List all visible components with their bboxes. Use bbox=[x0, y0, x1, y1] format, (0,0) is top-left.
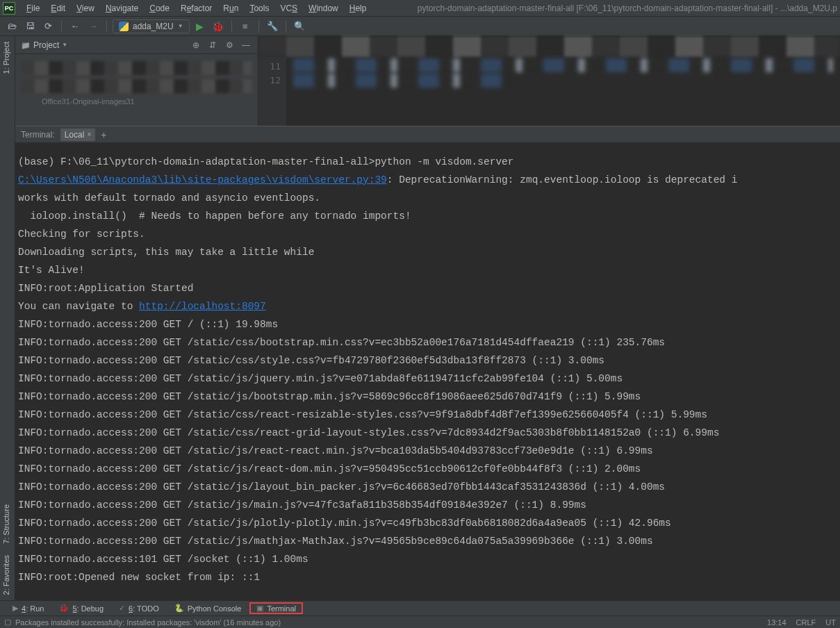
status-time: 13:14 bbox=[767, 618, 787, 627]
editor-content[interactable] bbox=[286, 57, 840, 126]
locate-icon[interactable]: ⊕ bbox=[190, 39, 202, 51]
window-title: pytorch-domain-adaptation-master-final-a… bbox=[418, 3, 837, 13]
collapse-icon[interactable]: ⇵ bbox=[206, 39, 219, 51]
separator bbox=[61, 20, 62, 33]
folder-icon bbox=[21, 40, 31, 50]
terminal-line: INFO:tornado.access:200 GET /static/js/m… bbox=[18, 496, 837, 514]
run-icon: ▶ bbox=[13, 604, 18, 613]
terminal-line: INFO:tornado.access:200 GET /static/js/r… bbox=[18, 460, 837, 478]
tab-todo[interactable]: ✓6: TODO bbox=[112, 602, 166, 614]
content-area: 1: Project 7: Structure 2: Favorites Pro… bbox=[0, 36, 840, 600]
terminal-line: works with default tornado and asyncio e… bbox=[18, 189, 837, 207]
chevron-down-icon: ▼ bbox=[178, 23, 183, 29]
menu-refactor[interactable]: Refactor bbox=[175, 2, 217, 15]
bug-icon: 🐞 bbox=[59, 604, 69, 613]
save-icon[interactable]: 🖫 bbox=[22, 19, 38, 34]
terminal-line: INFO:tornado.access:200 GET /static/js/p… bbox=[18, 514, 837, 532]
status-eol: CRLF bbox=[796, 618, 816, 627]
add-terminal-button[interactable]: + bbox=[101, 129, 106, 140]
terminal-link[interactable]: C:\Users\N506\Anaconda3\lib\site-package… bbox=[18, 174, 387, 185]
status-message: Packages installed successfully: Install… bbox=[15, 618, 281, 627]
forward-icon[interactable]: → bbox=[85, 19, 101, 34]
separator bbox=[231, 20, 232, 33]
separator bbox=[106, 20, 107, 33]
hide-icon[interactable]: — bbox=[240, 39, 252, 51]
refresh-icon[interactable]: ⟳ bbox=[40, 19, 56, 34]
terminal-header: Terminal: Local × + bbox=[15, 126, 840, 143]
python-icon: 🐍 bbox=[174, 604, 184, 613]
open-icon[interactable]: 🗁 bbox=[4, 19, 19, 34]
separator bbox=[286, 20, 286, 33]
menu-edit[interactable]: Edit bbox=[45, 2, 71, 15]
project-tool-window: Project ▼ ⊕ ⇵ ⚙ — Office31-Original-imag… bbox=[15, 36, 258, 126]
terminal-line: INFO:root:Application Started bbox=[18, 279, 837, 297]
menu-navigate[interactable]: Navigate bbox=[100, 2, 144, 15]
bottom-tool-tabs: ▶4: Run 🐞5: Debug ✓6: TODO 🐍Python Conso… bbox=[0, 600, 840, 615]
statusbar: ▢ Packages installed successfully: Insta… bbox=[0, 615, 840, 628]
terminal-line: INFO:tornado.access:200 GET /static/css/… bbox=[18, 406, 837, 424]
separator bbox=[258, 20, 259, 33]
terminal-line: INFO:tornado.access:200 GET /static/js/j… bbox=[18, 370, 837, 388]
terminal-link[interactable]: http://localhost:8097 bbox=[139, 301, 266, 312]
terminal-output[interactable]: (base) F:\06_11\pytorch-domain-adaptatio… bbox=[15, 143, 840, 600]
python-icon bbox=[119, 22, 129, 31]
menu-tools[interactable]: Tools bbox=[244, 2, 274, 15]
menu-help[interactable]: Help bbox=[344, 2, 372, 15]
line-number-gutter: 11 12 bbox=[258, 57, 286, 126]
tab-run[interactable]: ▶4: Run bbox=[6, 602, 51, 614]
debug-icon[interactable]: 🐞 bbox=[211, 19, 226, 34]
todo-icon: ✓ bbox=[119, 604, 125, 613]
terminal-tool-window: Terminal: Local × + (base) F:\06_11\pyto… bbox=[15, 126, 840, 600]
tab-debug[interactable]: 🐞5: Debug bbox=[52, 602, 110, 614]
left-tool-gutter: 1: Project 7: Structure 2: Favorites bbox=[0, 36, 15, 600]
terminal-line: ioloop.install() # Needs to happen befor… bbox=[18, 207, 837, 225]
app-icon: PC bbox=[3, 2, 15, 15]
terminal-line: INFO:tornado.access:200 GET /static/css/… bbox=[18, 424, 837, 442]
run-icon[interactable]: ▶ bbox=[192, 19, 208, 34]
menu-file[interactable]: File bbox=[21, 2, 45, 15]
project-header: Project ▼ ⊕ ⇵ ⚙ — bbox=[15, 36, 258, 54]
terminal-line: INFO:root:Opened new socket from ip: ::1 bbox=[18, 568, 837, 586]
gutter-tab-project[interactable]: 1: Project bbox=[0, 36, 15, 79]
run-config-name: adda_M2U bbox=[133, 22, 174, 31]
menu-vcs[interactable]: VCS bbox=[274, 2, 303, 15]
menu-code[interactable]: Code bbox=[144, 2, 175, 15]
menu-window[interactable]: Window bbox=[303, 2, 344, 15]
terminal-line: INFO:tornado.access:200 GET / (::1) 19.9… bbox=[18, 315, 837, 333]
run-config-selector[interactable]: adda_M2U ▼ bbox=[113, 19, 190, 33]
menubar: PC FileEditViewNavigateCodeRefactorRunTo… bbox=[0, 0, 840, 17]
search-icon[interactable]: 🔍 bbox=[292, 19, 307, 34]
project-tree[interactable]: Office31-Original-images31 bbox=[15, 54, 258, 108]
gear-icon[interactable]: ⚙ bbox=[223, 39, 236, 51]
chevron-down-icon: ▼ bbox=[62, 42, 67, 48]
terminal-line: You can navigate to http://localhost:809… bbox=[18, 297, 837, 315]
terminal-line: C:\Users\N506\Anaconda3\lib\site-package… bbox=[18, 171, 837, 189]
menu-view[interactable]: View bbox=[71, 2, 100, 15]
close-icon[interactable]: × bbox=[87, 131, 91, 138]
project-header-label[interactable]: Project ▼ bbox=[21, 40, 67, 50]
status-icon: ▢ bbox=[4, 618, 11, 627]
terminal-label: Terminal: bbox=[21, 130, 55, 140]
stop-icon[interactable]: ■ bbox=[238, 19, 253, 34]
terminal-line: INFO:tornado.access:200 GET /static/js/m… bbox=[18, 532, 837, 550]
toolbar: 🗁 🖫 ⟳ ← → adda_M2U ▼ ▶ 🐞 ■ 🔧 🔍 bbox=[0, 17, 840, 36]
terminal-line: Checking for scripts. bbox=[18, 225, 837, 243]
gutter-tab-structure[interactable]: 7: Structure bbox=[0, 499, 15, 550]
main-split: Project ▼ ⊕ ⇵ ⚙ — Office31-Original-imag… bbox=[15, 36, 840, 600]
settings-icon[interactable]: 🔧 bbox=[265, 19, 280, 34]
terminal-icon: ▣ bbox=[256, 604, 263, 613]
tab-python-console[interactable]: 🐍Python Console bbox=[167, 602, 249, 614]
tab-terminal[interactable]: ▣Terminal bbox=[249, 602, 303, 614]
editor-pane: 11 12 bbox=[258, 36, 840, 126]
terminal-line: INFO:tornado.access:200 GET /static/js/l… bbox=[18, 478, 837, 496]
menu-run[interactable]: Run bbox=[217, 2, 244, 15]
editor-body[interactable]: 11 12 bbox=[258, 57, 840, 126]
editor-tabs[interactable] bbox=[258, 36, 840, 57]
terminal-tab-local[interactable]: Local × bbox=[60, 129, 96, 141]
terminal-line: INFO:tornado.access:200 GET /static/css/… bbox=[18, 352, 837, 370]
terminal-line: INFO:tornado.access:101 GET /socket (::1… bbox=[18, 550, 837, 568]
back-icon[interactable]: ← bbox=[67, 19, 83, 34]
terminal-line: Downloading scripts, this may take a lit… bbox=[18, 243, 837, 261]
gutter-tab-favorites[interactable]: 2: Favorites bbox=[0, 550, 15, 600]
terminal-line: It's Alive! bbox=[18, 261, 837, 279]
